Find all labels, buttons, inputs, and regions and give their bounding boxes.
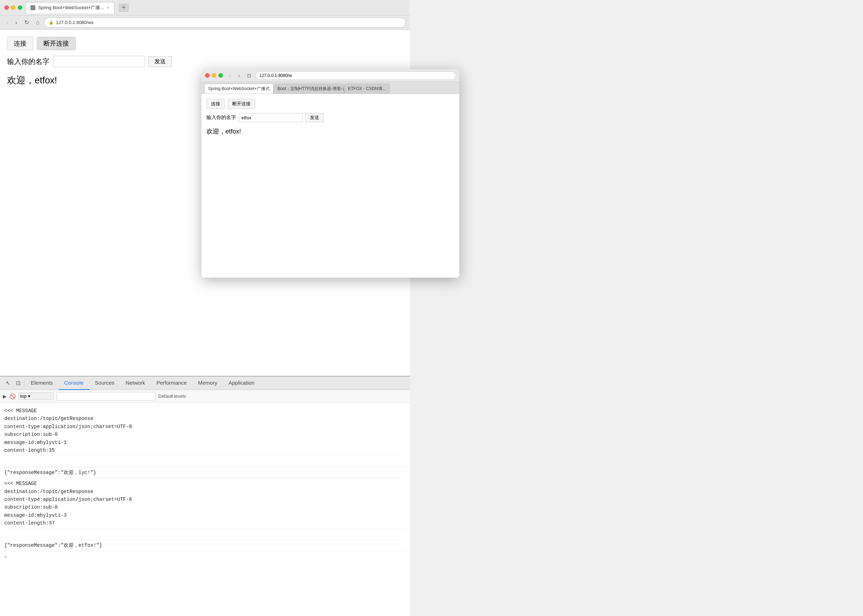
console-message-2	[4, 456, 406, 467]
bw2-titlebar: ‹ › ⊡ 127.0.0.1:8080/w	[202, 69, 460, 82]
bw2-back-button[interactable]: ‹	[226, 72, 234, 80]
devtools-responsive-icon[interactable]: ⊡	[13, 378, 23, 388]
bw2-split-button[interactable]: ⊡	[246, 72, 253, 79]
devtools-subtoolbar: ▶ 🚫 top ▾ Default levels	[0, 390, 410, 403]
bw2-send-button[interactable]: 发送	[306, 113, 324, 122]
send-button[interactable]: 发送	[148, 56, 172, 67]
tab-performance[interactable]: Performance	[151, 377, 193, 390]
maximize-button[interactable]	[18, 5, 22, 10]
titlebar: Spring Boot+WebSocket+广播... × +	[0, 0, 410, 16]
console-message-3: {"responseMessage":"欢迎，lyc!"}	[4, 467, 406, 478]
devtools-panel: ↖ ⊡ Elements Console Sources Network Per…	[0, 376, 410, 616]
console-message-4: <<< MESSAGE destination:/topic/getRespon…	[4, 478, 406, 529]
bw2-content: 连接 断开连接 输入你的名字 发送 欢迎，etfox!	[202, 94, 460, 278]
tab-favicon	[30, 5, 35, 10]
connection-buttons: 连接 断开连接	[7, 37, 403, 50]
second-browser-window: ‹ › ⊡ 127.0.0.1:8080/w Spring Boot+WebSo…	[202, 69, 460, 278]
bw2-close-button[interactable]	[205, 73, 209, 78]
name-input[interactable]	[53, 56, 145, 67]
tab-console-label: Console	[64, 380, 84, 386]
tab-close-icon[interactable]: ×	[107, 5, 109, 10]
console-message-6: {"responseMessage":"欢迎，etfox!"}	[4, 540, 406, 551]
main-tab[interactable]: Spring Boot+WebSocket+广播... ×	[25, 2, 115, 13]
bw2-input-row: 输入你的名字 发送	[206, 113, 455, 122]
tab-console[interactable]: Console	[59, 377, 90, 390]
bw2-connect-button[interactable]: 连接	[206, 99, 225, 109]
bw2-name-input[interactable]	[239, 113, 302, 122]
bw2-tab-bar: Spring Boot+WebSocket+广播式 Boot：定制HTTP消息转…	[202, 82, 460, 94]
clear-console-icon[interactable]: 🚫	[9, 393, 16, 399]
bw2-address-bar[interactable]: 127.0.0.1:8080/w	[255, 71, 456, 80]
bw2-tab-3-label: ETFOX - CSDN博...	[348, 86, 386, 92]
bw2-tab-3[interactable]: ETFOX - CSDN博...	[344, 84, 390, 94]
bw2-tab-2-label: Boot：定制HTTP消息转换器-博客-云栖...	[277, 86, 344, 92]
tab-network-label: Network	[126, 380, 145, 386]
execute-icon[interactable]: ▶	[3, 393, 7, 399]
tab-performance-label: Performance	[157, 380, 187, 386]
refresh-button[interactable]: ↻	[22, 18, 31, 27]
bw2-connection-buttons: 连接 断开连接	[206, 99, 455, 109]
address-bar[interactable]: 🔒 127.0.0.1:8080/ws	[44, 18, 406, 28]
console-message-5	[4, 529, 406, 540]
tab-title: Spring Boot+WebSocket+广播...	[38, 5, 104, 11]
console-message-1: <<< MESSAGE destination:/topic/getRespon…	[4, 405, 406, 456]
tab-application-label: Application	[228, 380, 254, 386]
bw2-tab-2[interactable]: Boot：定制HTTP消息转换器-博客-云栖...	[274, 84, 344, 94]
input-row: 输入你的名字 发送	[7, 56, 403, 67]
tab-elements-label: Elements	[31, 380, 53, 386]
bw2-disconnect-button[interactable]: 断开连接	[228, 99, 255, 109]
tab-sources[interactable]: Sources	[90, 377, 120, 390]
lock-icon: 🔒	[49, 20, 54, 25]
bw2-forward-button[interactable]: ›	[235, 72, 243, 80]
tab-memory-label: Memory	[198, 380, 217, 386]
devtools-tabs-bar: ↖ ⊡ Elements Console Sources Network Per…	[0, 377, 410, 390]
back-button[interactable]: ‹	[4, 18, 10, 27]
minimize-button[interactable]	[11, 5, 16, 10]
disconnect-button[interactable]: 断开连接	[37, 37, 76, 50]
tab-elements[interactable]: Elements	[25, 377, 59, 390]
console-output[interactable]: <<< MESSAGE destination:/topic/getRespon…	[0, 403, 410, 616]
forward-button[interactable]: ›	[13, 18, 19, 27]
traffic-lights	[4, 5, 22, 10]
context-value: top	[20, 393, 27, 399]
bw2-minimize-button[interactable]	[212, 73, 216, 78]
bw2-input-label: 输入你的名字	[206, 115, 236, 121]
tab-memory[interactable]: Memory	[193, 377, 223, 390]
bw2-tab-1[interactable]: Spring Boot+WebSocket+广播式	[204, 84, 274, 94]
devtools-cursor-icon[interactable]: ↖	[3, 378, 13, 388]
bw2-address-text: 127.0.0.1:8080/w	[260, 73, 292, 78]
browser-toolbar: ‹ › ↻ ⌂ 🔒 127.0.0.1:8080/ws	[0, 16, 410, 30]
tab-network[interactable]: Network	[120, 377, 151, 390]
context-selector[interactable]: top ▾	[18, 393, 54, 400]
bw2-maximize-button[interactable]	[218, 73, 223, 78]
default-levels-selector[interactable]: Default levels	[158, 393, 186, 399]
connect-button[interactable]: 连接	[7, 37, 33, 50]
tab-application[interactable]: Application	[223, 377, 260, 390]
bw2-nav-icons: ‹ ›	[226, 72, 243, 80]
bw2-welcome-message: 欢迎，etfox!	[206, 127, 455, 136]
console-chevron-icon: ›	[4, 553, 7, 561]
tab-sources-label: Sources	[95, 380, 115, 386]
bw2-traffic-lights	[205, 73, 223, 78]
home-button[interactable]: ⌂	[34, 18, 42, 27]
address-text: 127.0.0.1:8080/ws	[56, 20, 93, 25]
bw2-tab-1-label: Spring Boot+WebSocket+广播式	[208, 86, 270, 92]
input-label: 输入你的名字	[7, 57, 49, 66]
filter-input[interactable]	[57, 392, 156, 401]
console-prompt[interactable]: ›	[4, 551, 406, 563]
tab-divider	[24, 380, 24, 387]
context-dropdown-icon: ▾	[28, 393, 30, 399]
close-button[interactable]	[4, 5, 9, 10]
new-tab-button[interactable]: +	[119, 4, 129, 12]
